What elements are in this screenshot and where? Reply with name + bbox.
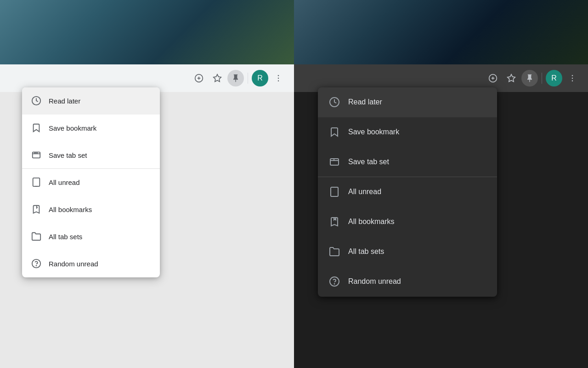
menu-item-all-bookmarks-right[interactable]: All bookmarks — [318, 207, 497, 237]
menu-item-all-unread-right[interactable]: All unread — [318, 177, 497, 207]
clock-icon-left — [31, 96, 41, 106]
all-bookmarks-label-left: All bookmarks — [49, 206, 92, 213]
menu-item-random-unread-left[interactable]: Random unread — [22, 250, 160, 277]
folder-icon-left — [31, 231, 41, 242]
svg-marker-22 — [508, 75, 515, 82]
toolbar-divider-left — [248, 73, 248, 84]
tablet-icon-right — [329, 186, 340, 197]
save-tab-set-label-right: Save tab set — [348, 158, 389, 166]
save-bookmark-label-left: Save bookmark — [49, 124, 96, 132]
right-background — [294, 0, 588, 64]
save-tab-set-label-left: Save tab set — [49, 151, 87, 159]
svg-point-5 — [278, 78, 279, 79]
bookmarks-icon-right — [329, 216, 340, 227]
folder-icon-right — [329, 246, 340, 257]
read-later-label-right: Read later — [348, 98, 382, 106]
menu-item-save-tab-set-right[interactable]: Save tab set — [318, 147, 497, 177]
menu-item-save-bookmark-right[interactable]: Save bookmark — [318, 117, 497, 147]
clock-icon-right — [329, 97, 340, 108]
right-panel: R Read later — [294, 0, 588, 368]
svg-rect-31 — [331, 187, 338, 196]
menu-item-read-later-right[interactable]: Read later — [318, 87, 497, 117]
tablet-icon-left — [31, 177, 41, 187]
tab-set-icon-right — [329, 156, 340, 167]
star-button[interactable] — [209, 70, 226, 86]
menu-item-read-later-left[interactable]: Read later — [22, 87, 160, 115]
random-unread-label-right: Random unread — [348, 277, 401, 286]
more-button-left[interactable] — [270, 70, 287, 86]
svg-point-6 — [278, 80, 279, 82]
question-icon-right — [329, 276, 340, 287]
all-tab-sets-label-right: All tab sets — [348, 247, 384, 256]
all-unread-label-right: All unread — [348, 188, 381, 196]
pin-button-left[interactable] — [227, 70, 244, 86]
add-tab-button[interactable] — [191, 70, 207, 86]
avatar-button-right[interactable]: R — [546, 70, 562, 86]
toolbar-divider-right — [542, 73, 542, 84]
menu-item-random-unread-right[interactable]: Random unread — [318, 267, 497, 297]
tab-set-icon-left — [31, 150, 41, 160]
bookmark-icon-left — [31, 123, 41, 133]
svg-point-23 — [572, 75, 573, 76]
menu-item-all-unread-left[interactable]: All unread — [22, 169, 160, 196]
star-button-right[interactable] — [503, 70, 520, 86]
left-background — [0, 0, 294, 64]
svg-point-25 — [572, 80, 573, 82]
more-button-right[interactable] — [564, 70, 581, 86]
question-icon-left — [31, 259, 41, 269]
left-dropdown-menu: Read later Save bookmark — [22, 87, 160, 277]
pin-button-right[interactable] — [521, 70, 538, 86]
add-tab-button-right[interactable] — [485, 70, 501, 86]
svg-point-4 — [278, 75, 279, 76]
right-dropdown-menu: Read later Save bookmark Save tab set — [318, 87, 497, 297]
menu-item-all-tab-sets-left[interactable]: All tab sets — [22, 223, 160, 250]
svg-marker-3 — [214, 75, 221, 82]
svg-rect-15 — [33, 178, 40, 186]
all-bookmarks-label-right: All bookmarks — [348, 218, 394, 226]
bookmark-icon-right — [329, 126, 340, 138]
bookmarks-icon-left — [31, 204, 41, 214]
random-unread-label-left: Random unread — [49, 260, 98, 268]
menu-item-save-bookmark-left[interactable]: Save bookmark — [22, 115, 160, 142]
read-later-label-left: Read later — [49, 97, 80, 105]
menu-item-save-tab-set-left[interactable]: Save tab set — [22, 142, 160, 169]
menu-item-all-tab-sets-right[interactable]: All tab sets — [318, 237, 497, 267]
menu-item-all-bookmarks-left[interactable]: All bookmarks — [22, 196, 160, 223]
save-bookmark-label-right: Save bookmark — [348, 128, 399, 136]
avatar-button-left[interactable]: R — [252, 70, 268, 86]
svg-point-24 — [572, 78, 573, 79]
all-tab-sets-label-left: All tab sets — [49, 233, 82, 241]
all-unread-label-left: All unread — [49, 178, 80, 186]
left-panel: R Read later — [0, 0, 294, 368]
